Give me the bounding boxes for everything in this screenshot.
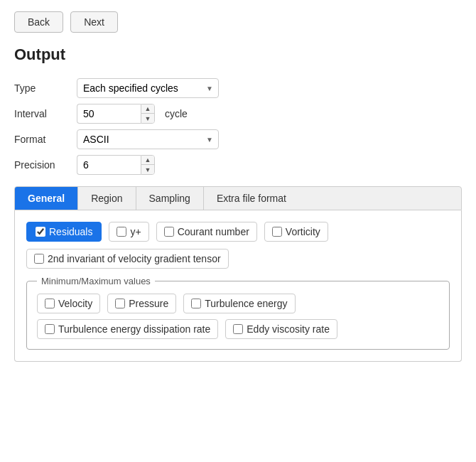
interval-input[interactable]	[77, 104, 141, 124]
precision-spin-up[interactable]: ▲	[141, 156, 154, 165]
interval-row: Interval ▲ ▼ cycle	[14, 104, 462, 124]
format-label: Format	[14, 134, 71, 145]
tab-extra-file-format[interactable]: Extra file format	[204, 187, 299, 210]
next-button[interactable]: Next	[70, 11, 118, 33]
precision-spin-buttons: ▲ ▼	[141, 155, 155, 175]
checkbox-item-2nd-invariant[interactable]: 2nd invariant of velocity gradient tenso…	[26, 249, 229, 269]
velocity-label: Velocity	[58, 298, 92, 309]
turbulence-dissipation-label: Turbulence energy dissipation rate	[58, 323, 210, 335]
checkbox-item-velocity[interactable]: Velocity	[37, 294, 100, 313]
top-navigation: Back Next	[14, 11, 462, 33]
interval-spin-down[interactable]: ▼	[141, 114, 154, 123]
format-select-wrap: ASCII Binary HDF5 ▼	[77, 129, 219, 149]
precision-input[interactable]	[77, 155, 141, 175]
pressure-checkbox[interactable]	[115, 299, 125, 308]
checkbox-row-1: Residuals y+ Courant number Vorticity	[26, 222, 450, 242]
yplus-label: y+	[130, 226, 141, 237]
format-select[interactable]: ASCII Binary HDF5	[77, 129, 219, 149]
interval-spin-buttons: ▲ ▼	[141, 104, 155, 124]
precision-spin-down[interactable]: ▼	[141, 165, 154, 174]
checkbox-item-eddy-viscosity[interactable]: Eddy viscosity rate	[225, 319, 337, 339]
minmax-fieldset: Minimum/Maximum values Velocity Pressure…	[26, 276, 450, 350]
turbulence-energy-label: Turbulence energy	[205, 298, 287, 309]
eddy-viscosity-label: Eddy viscosity rate	[247, 323, 330, 335]
precision-row: Precision ▲ ▼	[14, 155, 462, 175]
checkbox-item-turbulence-energy[interactable]: Turbulence energy	[183, 294, 295, 313]
type-select[interactable]: Each specified cycles Each time step Fin…	[77, 78, 219, 98]
tab-sampling[interactable]: Sampling	[136, 187, 204, 210]
checkbox-item-turbulence-dissipation[interactable]: Turbulence energy dissipation rate	[37, 319, 218, 339]
eddy-viscosity-checkbox[interactable]	[233, 324, 243, 334]
2nd-invariant-label: 2nd invariant of velocity gradient tenso…	[48, 253, 221, 264]
turbulence-energy-checkbox[interactable]	[191, 299, 201, 308]
2nd-invariant-checkbox[interactable]	[34, 254, 44, 264]
checkbox-item-yplus[interactable]: y+	[109, 222, 148, 242]
minmax-row-2: Turbulence energy dissipation rate Eddy …	[37, 319, 439, 339]
output-form: Type Each specified cycles Each time ste…	[14, 78, 462, 175]
checkbox-item-pressure[interactable]: Pressure	[107, 294, 176, 313]
interval-label: Interval	[14, 108, 71, 119]
residuals-checkbox[interactable]	[36, 227, 45, 237]
page-title: Output	[14, 45, 462, 64]
precision-spinner: ▲ ▼	[77, 155, 155, 175]
minmax-legend: Minimum/Maximum values	[37, 276, 155, 286]
checkbox-item-courant-number[interactable]: Courant number	[156, 222, 257, 242]
turbulence-dissipation-checkbox[interactable]	[45, 324, 55, 334]
format-row: Format ASCII Binary HDF5 ▼	[14, 129, 462, 149]
residuals-label: Residuals	[49, 226, 92, 237]
courant-number-label: Courant number	[178, 226, 249, 237]
type-label: Type	[14, 82, 71, 94]
interval-spinner: ▲ ▼	[77, 104, 155, 124]
tab-content-general: Residuals y+ Courant number Vorticity 2n…	[14, 210, 462, 362]
minmax-row-1: Velocity Pressure Turbulence energy	[37, 294, 439, 313]
yplus-checkbox[interactable]	[117, 227, 126, 237]
interval-unit-label: cycle	[165, 108, 188, 119]
tabs-bar: General Region Sampling Extra file forma…	[14, 186, 462, 210]
tab-general[interactable]: General	[15, 187, 78, 210]
precision-label: Precision	[14, 159, 71, 171]
back-button[interactable]: Back	[14, 11, 63, 33]
checkbox-item-vorticity[interactable]: Vorticity	[264, 222, 328, 242]
pressure-label: Pressure	[129, 298, 168, 309]
vorticity-checkbox[interactable]	[272, 227, 282, 237]
tab-region[interactable]: Region	[78, 187, 136, 210]
type-select-wrap: Each specified cycles Each time step Fin…	[77, 78, 219, 98]
checkbox-row-2: 2nd invariant of velocity gradient tenso…	[26, 249, 450, 269]
checkbox-item-residuals[interactable]: Residuals	[26, 222, 102, 242]
velocity-checkbox[interactable]	[45, 299, 55, 308]
courant-number-checkbox[interactable]	[164, 227, 174, 237]
vorticity-label: Vorticity	[286, 226, 320, 237]
type-row: Type Each specified cycles Each time ste…	[14, 78, 462, 98]
interval-spin-up[interactable]: ▲	[141, 104, 154, 114]
